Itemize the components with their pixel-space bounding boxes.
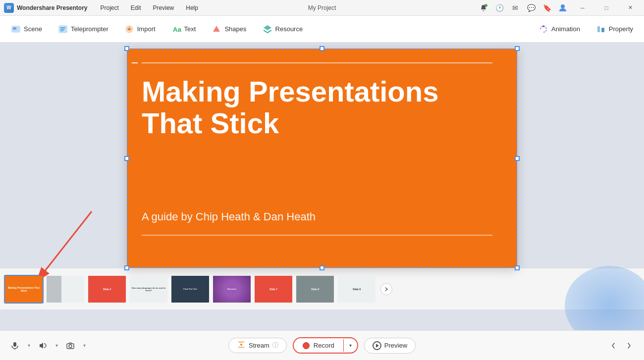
handle-bottom-center[interactable] [320,265,324,270]
menu-bar: Project Edit Preview Help [96,2,203,13]
project-title: My Project [308,4,336,11]
microphone-dropdown[interactable]: ▾ [24,339,34,353]
window-controls: 🕐 ✉ 💬 🔖 ─ □ ✕ [478,0,640,16]
toolbar-import[interactable]: Import [117,21,162,37]
stream-info-icon: ⓘ [272,341,278,350]
slide-bottom-line [142,235,492,236]
svg-rect-13 [597,26,600,32]
handle-top-center[interactable] [320,46,324,51]
nav-next-button[interactable] [622,339,636,353]
animation-icon [538,24,548,34]
app-name: Wondershare Presentory [17,4,88,11]
handle-middle-left[interactable] [124,156,129,161]
app-icon: W [4,3,14,13]
svg-rect-4 [13,27,16,30]
import-label: Import [137,25,156,33]
slide-canvas[interactable]: Making Presentations That Stick A guide … [127,49,517,268]
teleprompter-icon [58,24,68,34]
property-label: Property [609,25,633,33]
svg-text:Aa: Aa [173,26,181,33]
preview-label: Preview [384,342,407,349]
chat-icon[interactable]: 💬 [525,2,537,14]
bottom-right-controls [606,339,636,353]
nav-prev-button[interactable] [606,339,620,353]
record-button-group: Record ▾ [293,337,358,354]
thumbnail-7[interactable]: Slide 7 [254,275,293,304]
svg-marker-11 [213,26,220,32]
thumbnail-6[interactable]: Resource [212,275,252,304]
maximize-button[interactable]: □ [596,0,616,16]
stream-icon [237,341,246,350]
handle-middle-right[interactable] [515,156,520,161]
slide-top-line [142,62,492,63]
toolbar-shapes[interactable]: Shapes [205,21,253,37]
toolbar-teleprompter[interactable]: Teleprompter [51,21,115,37]
minimize-button[interactable]: ─ [573,0,592,16]
svg-rect-17 [13,342,16,347]
svg-point-2 [561,4,565,8]
shapes-label: Shapes [224,25,246,33]
speaker-button[interactable] [36,339,50,353]
toolbar-resource[interactable]: Resource [256,21,310,37]
text-label: Text [184,25,196,33]
record-label: Record [314,342,334,349]
stream-label: Stream [249,342,269,349]
resource-label: Resource [275,25,303,33]
thumbnail-2[interactable] [46,275,85,304]
preview-button[interactable]: Preview [364,338,416,354]
toolbar-scene[interactable]: Scene [4,21,49,37]
handle-top-left[interactable] [124,46,129,51]
thumbnail-9[interactable]: Slide 9 [337,275,376,304]
menu-project[interactable]: Project [96,2,124,13]
menu-help[interactable]: Help [181,2,203,13]
stream-button[interactable]: Stream ⓘ [228,338,287,353]
microphone-button[interactable] [8,339,22,353]
bookmark-icon[interactable]: 🔖 [541,2,553,14]
main-canvas-area: Making Presentations That Stick A guide … [0,43,644,330]
handle-top-right[interactable] [515,46,520,51]
thumbnail-4[interactable]: How many languages do we need to know? [129,275,168,304]
clock-icon[interactable]: 🕐 [493,2,505,14]
scene-icon [11,24,21,34]
svg-point-12 [542,25,544,27]
menu-edit[interactable]: Edit [126,2,146,13]
thumbnail-3[interactable]: Slide 3 [87,275,127,304]
close-button[interactable]: ✕ [620,0,640,16]
thumbnail-next-button[interactable] [380,283,392,295]
thumbnail-1[interactable]: Making Presentations That Stick [4,275,44,304]
teleprompter-label: Teleprompter [71,25,108,33]
record-dot-icon [303,342,310,349]
resource-icon [263,24,272,34]
svg-point-20 [69,345,72,348]
email-icon[interactable]: ✉ [509,2,521,14]
camera-dropdown[interactable]: ▾ [79,339,89,353]
svg-point-21 [240,344,242,346]
toolbar-text[interactable]: Aa Text [164,21,203,37]
import-icon [124,24,134,34]
bottom-center-controls: Stream ⓘ Record ▾ Preview [228,337,416,354]
app-logo: W Wondershare Presentory [4,3,88,13]
user-icon[interactable] [557,2,569,14]
slide-title: Making Presentations That Stick [142,76,502,139]
notification-icon[interactable] [478,2,489,14]
preview-play-icon [373,341,381,350]
camera-button[interactable] [63,339,77,353]
menu-preview[interactable]: Preview [148,2,179,13]
toolbar-property[interactable]: Property [589,21,640,37]
property-icon [596,24,606,34]
thumbnail-strip: Making Presentations That Stick Slide 3 … [0,268,644,309]
handle-bottom-right[interactable] [515,265,520,270]
speaker-dropdown[interactable]: ▾ [52,339,61,353]
text-icon: Aa [171,24,181,34]
toolbar-animation[interactable]: Animation [532,21,587,37]
handle-bottom-left[interactable] [124,265,129,270]
record-dropdown-button[interactable]: ▾ [343,339,357,352]
animation-label: Animation [551,25,580,33]
shapes-icon [212,24,221,34]
scene-label: Scene [24,25,42,33]
slide-subtitle: A guide by Chip Heath & Dan Heath [142,210,316,223]
thumbnail-5[interactable]: Final Test Text [170,275,210,304]
svg-rect-1 [483,10,484,11]
thumbnail-8[interactable]: Slide 8 [295,275,335,304]
record-button[interactable]: Record [294,338,343,353]
